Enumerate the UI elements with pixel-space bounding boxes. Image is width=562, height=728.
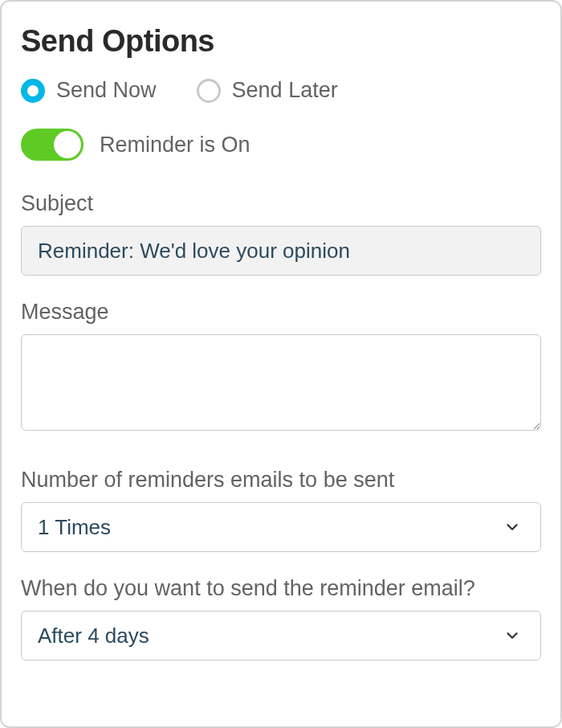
reminder-count-group: Number of reminders emails to be sent 1 … <box>21 468 541 552</box>
reminder-when-value: After 4 days <box>38 624 149 648</box>
send-now-option[interactable]: Send Now <box>21 78 157 103</box>
message-label: Message <box>21 300 541 325</box>
send-timing-group: Send Now Send Later <box>21 78 541 103</box>
message-textarea[interactable] <box>21 334 541 431</box>
send-later-option[interactable]: Send Later <box>197 78 338 103</box>
toggle-knob-icon <box>54 131 81 158</box>
reminder-count-select[interactable]: 1 Times <box>21 502 541 552</box>
radio-selected-icon <box>21 79 45 103</box>
radio-unselected-icon <box>197 79 221 103</box>
reminder-toggle-label: Reminder is On <box>100 133 250 157</box>
reminder-when-group: When do you want to send the reminder em… <box>21 576 541 661</box>
message-field-group: Message <box>21 300 541 434</box>
reminder-count-label: Number of reminders emails to be sent <box>21 468 541 493</box>
chevron-down-icon <box>503 627 521 644</box>
reminder-when-select[interactable]: After 4 days <box>21 611 541 661</box>
send-now-label: Send Now <box>56 78 157 103</box>
subject-field-group: Subject <box>21 191 541 276</box>
reminder-count-value: 1 Times <box>38 515 111 540</box>
reminder-toggle[interactable] <box>21 129 83 161</box>
subject-input[interactable] <box>21 226 541 276</box>
send-options-panel: Send Options Send Now Send Later Reminde… <box>0 0 562 728</box>
chevron-down-icon <box>503 518 521 536</box>
reminder-toggle-row: Reminder is On <box>21 129 541 161</box>
send-later-label: Send Later <box>232 78 338 103</box>
panel-title: Send Options <box>21 24 541 59</box>
reminder-when-label: When do you want to send the reminder em… <box>21 576 541 601</box>
subject-label: Subject <box>21 191 541 216</box>
